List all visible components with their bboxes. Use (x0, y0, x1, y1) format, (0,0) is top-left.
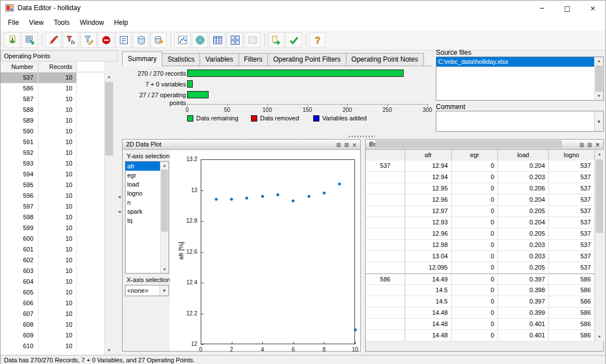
data-cell[interactable]: 14.48 (405, 319, 452, 330)
operating-point-row-604[interactable]: 60410 (1, 276, 104, 287)
row-group-cell[interactable] (366, 228, 405, 239)
operating-point-row-610[interactable]: 61010 (1, 341, 104, 352)
bad-data-icon[interactable] (98, 32, 114, 48)
data-cell[interactable]: 14.49 (405, 274, 452, 284)
data-cell[interactable]: 14.48 (405, 330, 452, 341)
scatter-plot-icon[interactable] (174, 32, 191, 48)
scroll-down-icon[interactable]: ▼ (595, 92, 603, 100)
row-group-cell[interactable] (366, 217, 405, 228)
operating-point-row-591[interactable]: 59110 (1, 137, 104, 148)
tab-operating-point-filters[interactable]: Operating Point Filters (267, 53, 346, 66)
operating-point-row-597[interactable]: 59710 (1, 201, 104, 212)
data-storage-icon[interactable] (133, 32, 149, 48)
data-cell[interactable]: 0.401 (498, 330, 549, 341)
scroll-down-icon[interactable]: ▼ (161, 266, 168, 273)
operating-point-row-598[interactable]: 59810 (1, 212, 104, 223)
data-cell[interactable]: 0 (452, 307, 498, 318)
dock-icon[interactable]: ⊞ (335, 140, 343, 150)
data-cell[interactable]: 14.48 (405, 307, 452, 318)
data-cell[interactable]: 537 (549, 183, 595, 194)
operating-point-row-593[interactable]: 59310 (1, 158, 104, 169)
y-option-tq[interactable]: tq (125, 216, 160, 225)
data-cell[interactable]: 0 (452, 330, 498, 341)
data-cell[interactable]: 0 (452, 296, 498, 307)
operating-point-row-607[interactable]: 60710 (1, 309, 104, 319)
data-cell[interactable]: 0 (452, 262, 498, 273)
row-group-cell[interactable] (366, 183, 405, 194)
y-option-n[interactable]: n (125, 198, 160, 207)
data-cell[interactable]: 0.398 (498, 285, 549, 296)
tab-filters[interactable]: Filters (239, 53, 269, 66)
data-cell[interactable]: 12.93 (405, 217, 452, 228)
operating-point-row-603[interactable]: 60310 (1, 266, 104, 276)
data-cell[interactable]: 12.94 (405, 172, 452, 183)
menu-view[interactable]: View (24, 16, 49, 29)
data-cell[interactable]: 14.5 (405, 285, 452, 296)
close-icon[interactable]: × (350, 140, 358, 150)
data-cell[interactable]: 12.96 (405, 194, 452, 205)
data-cell[interactable]: 537 (549, 194, 595, 205)
row-group-cell[interactable] (366, 262, 405, 273)
data-cell[interactable]: 0 (452, 194, 498, 205)
data-cell[interactable]: 0 (452, 319, 498, 330)
data-cell[interactable]: 0.401 (498, 319, 549, 330)
data-cell[interactable]: 12.97 (405, 206, 452, 216)
data-cell[interactable]: 12.095 (405, 262, 452, 273)
data-cell[interactable]: 0 (452, 240, 498, 250)
close-button[interactable]: × (580, 1, 605, 16)
y-option-logno[interactable]: logno (125, 189, 160, 198)
comment-input[interactable]: ▾ (436, 111, 604, 132)
column-header-logno[interactable]: logno (549, 150, 595, 161)
scroll-down-icon[interactable]: ▼ (595, 332, 604, 341)
operating-point-row-537[interactable]: 53710 (1, 72, 104, 83)
filter-editor-icon[interactable] (80, 32, 97, 48)
row-group-cell[interactable] (366, 330, 405, 341)
scrollbar-thumb[interactable] (595, 66, 603, 92)
data-cell[interactable]: 586 (549, 330, 595, 341)
operating-point-row-606[interactable]: 60610 (1, 298, 104, 309)
data-cell[interactable]: 537 (549, 217, 595, 228)
combo-dropdown-icon[interactable]: ▾ (159, 285, 168, 296)
source-file-item[interactable]: C:\mbc_data\holliday.xlsx (436, 57, 594, 67)
export-data-icon[interactable] (268, 32, 284, 48)
operating-point-row-605[interactable]: 60510 (1, 287, 104, 298)
data-cell[interactable]: 0.203 (498, 251, 549, 262)
row-group-cell[interactable]: 537 (366, 161, 405, 171)
data-cell[interactable]: 0.397 (498, 296, 549, 307)
split-view-icon[interactable] (227, 32, 243, 48)
data-cell[interactable]: 0 (452, 274, 498, 284)
comment-dropdown-icon[interactable]: ▾ (594, 111, 603, 131)
import-data-icon[interactable] (4, 32, 20, 48)
splitter-grip[interactable] (349, 136, 375, 137)
data-cell[interactable]: 12.95 (405, 183, 452, 194)
y-option-afr[interactable]: afr (125, 162, 160, 171)
data-cell[interactable]: 0 (452, 285, 498, 296)
data-cell[interactable]: 0 (452, 183, 498, 194)
scroll-up-icon[interactable]: ▲ (595, 150, 604, 159)
import-workbook-icon[interactable] (21, 32, 38, 48)
operating-point-row-600[interactable]: 60010 (1, 233, 104, 244)
undock-icon[interactable]: ⊞ (343, 140, 350, 150)
minimize-button[interactable]: ─ (529, 1, 555, 16)
data-cell[interactable]: 0 (452, 228, 498, 239)
tab-operating-point-notes[interactable]: Operating Point Notes (346, 53, 424, 66)
data-cell[interactable]: 537 (549, 240, 595, 250)
row-group-cell[interactable] (366, 319, 405, 330)
row-group-cell[interactable] (366, 285, 405, 296)
data-cell[interactable]: 537 (549, 262, 595, 273)
row-group-cell[interactable]: 586 (366, 274, 405, 284)
data-cell[interactable]: 0 (452, 206, 498, 216)
operating-point-row-586[interactable]: 58610 (1, 83, 104, 94)
y-axis-scrollbar[interactable]: ▲ ▼ (160, 162, 168, 273)
data-cell[interactable]: 537 (549, 251, 595, 262)
scrollbar-thumb[interactable] (375, 140, 562, 148)
plot-disabled-icon[interactable] (244, 32, 261, 48)
data-cell[interactable]: 12.94 (405, 161, 452, 171)
data-cell[interactable]: 586 (549, 285, 595, 296)
row-group-cell[interactable] (366, 194, 405, 205)
row-group-cell[interactable] (366, 307, 405, 318)
data-cell[interactable]: 537 (549, 172, 595, 183)
scroll-down-icon[interactable]: ▼ (105, 346, 114, 355)
column-header-afr[interactable]: afr (405, 150, 452, 161)
data-cell[interactable]: 0 (452, 251, 498, 262)
